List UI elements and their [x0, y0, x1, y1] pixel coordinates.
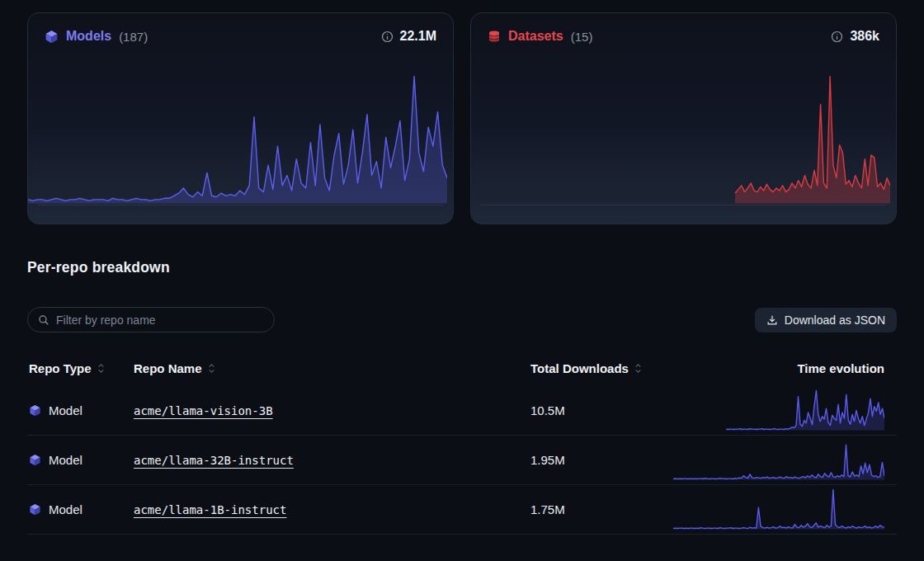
- repo-type-label: Model: [49, 453, 82, 467]
- cube-icon: [29, 454, 41, 466]
- per-repo-table: Repo Type Repo Name: [27, 350, 897, 535]
- time-evolution-sparkline: [662, 485, 897, 534]
- repo-filter-input[interactable]: [56, 314, 264, 327]
- table-row: Model acme/llama-1B-instruct 1.75M: [27, 485, 897, 535]
- sort-repo-type-icon[interactable]: [97, 363, 106, 374]
- datasets-downloads-chart: [471, 73, 890, 205]
- header-repo-name: Repo Name: [132, 361, 530, 375]
- download-json-button[interactable]: Download as JSON: [755, 308, 897, 332]
- header-repo-name-label: Repo Name: [134, 361, 202, 375]
- repo-type-cell: Model: [27, 453, 132, 467]
- repo-name-cell: acme/llama-vision-3B: [132, 404, 530, 417]
- header-repo-type-label: Repo Type: [29, 361, 92, 375]
- time-evolution-sparkline: [662, 436, 897, 484]
- table-header-row: Repo Type Repo Name: [27, 350, 897, 386]
- summary-cards: Models (187) 22.1M: [27, 12, 897, 224]
- info-icon[interactable]: [831, 31, 843, 43]
- models-card: Models (187) 22.1M: [27, 12, 454, 224]
- header-time-evolution: Time evolution: [662, 361, 897, 375]
- models-count: (187): [119, 30, 148, 44]
- header-total-downloads: Total Downloads: [530, 361, 662, 375]
- datasets-chart-baseline: [481, 205, 886, 205]
- models-total: 22.1M: [381, 29, 436, 44]
- dashboard: Models (187) 22.1M: [0, 0, 924, 535]
- cube-icon: [29, 404, 41, 417]
- datasets-card-header: Datasets (15) 386k: [471, 13, 896, 44]
- total-downloads-cell: 1.95M: [530, 453, 662, 467]
- time-evolution-sparkline: [662, 386, 897, 435]
- table-row: Model acme/llama-vision-3B 10.5M: [27, 386, 897, 436]
- repo-link[interactable]: acme/llama-1B-instruct: [134, 503, 286, 516]
- datasets-total: 386k: [831, 29, 879, 44]
- datasets-card-title: Datasets: [508, 29, 563, 44]
- page-title: Per-repo breakdown: [27, 259, 897, 276]
- repo-type-cell: Model: [27, 403, 132, 417]
- models-downloads-chart: [28, 73, 447, 205]
- repo-name-cell: acme/llama-32B-instruct: [132, 454, 530, 467]
- repo-link[interactable]: acme/llama-32B-instruct: [134, 454, 294, 467]
- download-icon: [766, 314, 778, 326]
- models-chart-baseline: [38, 205, 443, 205]
- table-row: Model acme/llama-32B-instruct 1.95M: [27, 436, 897, 485]
- repo-filter[interactable]: [27, 307, 275, 332]
- sort-total-downloads-icon[interactable]: [634, 363, 643, 374]
- models-card-title: Models: [66, 29, 111, 44]
- repo-type-label: Model: [49, 502, 82, 516]
- sort-repo-name-icon[interactable]: [207, 363, 216, 374]
- info-icon[interactable]: [381, 31, 394, 43]
- models-total-value: 22.1M: [400, 29, 436, 44]
- cube-icon: [29, 503, 41, 516]
- datasets-card: Datasets (15) 386k: [470, 12, 897, 224]
- total-downloads-cell: 1.75M: [530, 502, 662, 516]
- database-icon: [488, 30, 501, 43]
- repo-name-cell: acme/llama-1B-instruct: [132, 503, 530, 516]
- download-json-label: Download as JSON: [785, 314, 885, 327]
- search-icon: [38, 314, 50, 326]
- header-total-downloads-label: Total Downloads: [530, 361, 629, 375]
- cube-icon: [45, 30, 59, 44]
- total-downloads-cell: 10.5M: [530, 403, 662, 417]
- header-repo-type: Repo Type: [27, 361, 132, 375]
- datasets-count: (15): [571, 30, 593, 44]
- datasets-total-value: 386k: [850, 29, 879, 44]
- repo-link[interactable]: acme/llama-vision-3B: [134, 404, 273, 417]
- models-card-header: Models (187) 22.1M: [28, 13, 453, 44]
- table-controls: Download as JSON: [27, 307, 897, 332]
- repo-type-label: Model: [49, 403, 82, 417]
- repo-type-cell: Model: [27, 502, 132, 516]
